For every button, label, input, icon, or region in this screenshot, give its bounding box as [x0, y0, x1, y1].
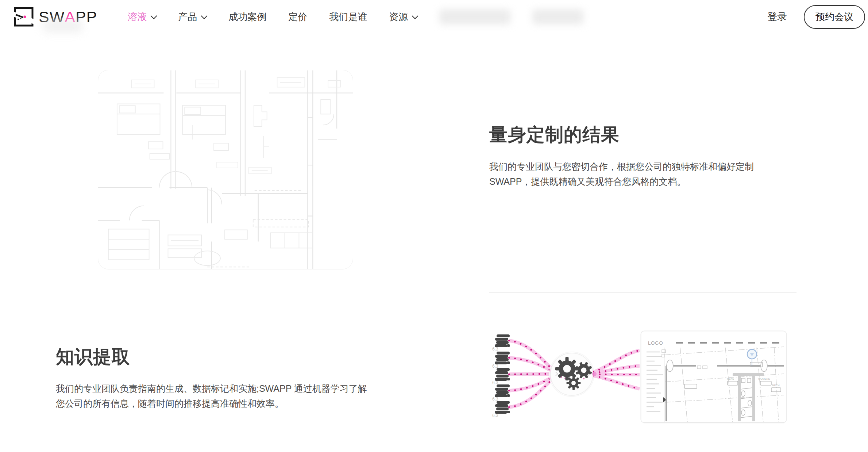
section-body: 我们的专业团队与您密切合作，根据您公司的独特标准和偏好定制 SWAPP，提供既精…: [489, 159, 765, 189]
nav-item-case-studies[interactable]: 成功案例: [228, 11, 266, 23]
floorplan-card: [98, 70, 353, 269]
section-body: 我们的专业团队负责指南的生成、数据标记和实施;SWAPP 通过机器学习了解您公司…: [56, 381, 373, 411]
book-meeting-button[interactable]: 预约会议: [804, 5, 865, 29]
database-label: 6.3: [492, 397, 498, 402]
chevron-down-icon: [412, 12, 418, 19]
section-title: 量身定制的结果: [489, 123, 781, 146]
nav-item-label: 资源: [389, 11, 408, 23]
pipeline-diagram-image: 6.3 6.3 6.3 6.3 6.3: [490, 329, 794, 429]
nav-item-about-us[interactable]: 我们是谁: [329, 11, 367, 23]
nav-item-label: 溶液: [128, 11, 147, 23]
swapp-wordmark: SWAPP: [39, 8, 97, 26]
swapp-logo[interactable]: SWAPP: [13, 7, 97, 27]
section-divider: [489, 292, 796, 292]
database-label: 6.3: [492, 346, 498, 352]
nav-item-solutions[interactable]: 溶液: [128, 11, 156, 23]
app-logo-label: LOGO: [648, 340, 663, 346]
database-icons: 6.3 6.3 6.3 6.3 6.3: [492, 334, 510, 418]
section-title: 知识提取: [56, 345, 384, 368]
wordmark-sw: SW: [39, 8, 65, 26]
nav-item-resources[interactable]: 资源: [389, 11, 417, 23]
nav-item-label: 我们是谁: [329, 11, 367, 23]
nav-item-label: 产品: [178, 11, 197, 23]
svg-text:MENS: MENS: [727, 378, 734, 380]
wordmark-pp: PP: [76, 8, 97, 26]
database-label: 6.3: [492, 364, 498, 369]
nav-item-pricing[interactable]: 定价: [288, 11, 307, 23]
main-nav: 溶液 产品 成功案例 定价 我们是谁 资源: [128, 9, 583, 24]
nav-item-label: 定价: [288, 11, 307, 23]
nav-item-products[interactable]: 产品: [178, 11, 207, 23]
wordmark-a: A: [65, 8, 76, 26]
chevron-down-icon: [151, 12, 157, 19]
nav-item-redacted-1[interactable]: [439, 9, 510, 24]
data-pipeline-diagram: 6.3 6.3 6.3 6.3 6.3: [490, 329, 794, 429]
nav-item-label: 成功案例: [228, 11, 266, 23]
top-navigation-bar: SWAPP 溶液 产品 成功案例 定价 我们是谁 资源 登录 预约会议: [0, 0, 868, 34]
swapp-logo-icon: [13, 7, 34, 27]
svg-text:MECH.: MECH.: [772, 384, 780, 387]
login-link[interactable]: 登录: [767, 10, 787, 23]
svg-text:WOMENS: WOMENS: [758, 378, 770, 380]
database-label: 6.3: [492, 413, 498, 418]
tailored-results-section: 量身定制的结果 我们的专业团队与您密切合作，根据您公司的独特标准和偏好定制 SW…: [489, 123, 781, 189]
chevron-down-icon: [201, 12, 208, 19]
knowledge-extraction-section: 知识提取 我们的专业团队负责指南的生成、数据标记和实施;SWAPP 通过机器学习…: [56, 345, 384, 411]
app-window-graphic: LOGO: [641, 331, 787, 423]
database-label: 6.3: [492, 380, 498, 385]
nav-item-redacted-2[interactable]: [532, 9, 583, 24]
floorplan-sketch-image: [98, 70, 353, 269]
